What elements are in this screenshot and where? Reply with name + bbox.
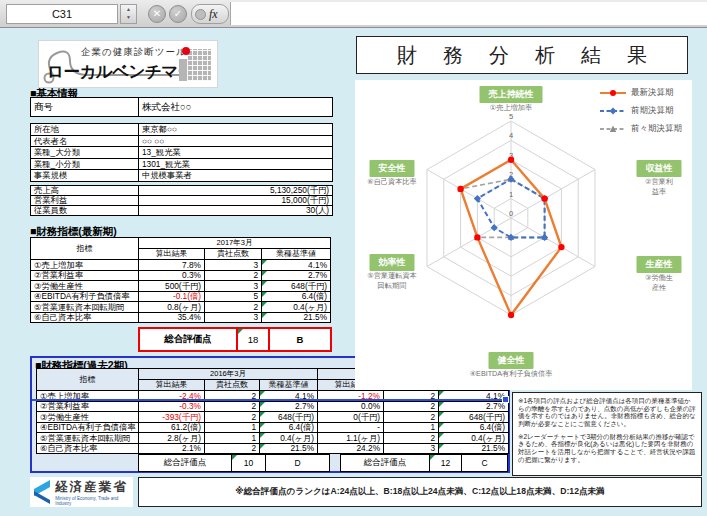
value-cell[interactable]: 13_観光業	[139, 147, 333, 159]
accept-entry-button[interactable]: ✓	[169, 5, 187, 23]
table-row[interactable]: 営業利益15,000(千円)	[31, 196, 333, 206]
score-cell[interactable]: 2	[205, 270, 262, 281]
result-cell[interactable]: 500(千円)	[139, 281, 205, 292]
total-score-rank[interactable]: C	[462, 455, 507, 471]
company-name-table[interactable]: 商号株式会社○○	[30, 97, 333, 117]
legend-item[interactable]: 最新決算期	[599, 86, 674, 100]
table-row[interactable]: ⑤営業運転資本回転期間0.8(ヶ月)20.4(ヶ月)	[31, 302, 331, 313]
row-label-cell[interactable]: 代表者名	[31, 135, 139, 147]
benchmark-cell[interactable]: 0.4(ヶ月)	[439, 433, 509, 444]
benchmark-cell[interactable]: 2.7%	[439, 401, 509, 412]
formula-input[interactable]	[230, 2, 707, 25]
table-row[interactable]: ⑥自己資本比率35.4%321.5%	[31, 312, 331, 323]
row-label-cell[interactable]: ④EBITDA有利子負債倍率	[31, 291, 139, 302]
column-header[interactable]: 指標	[31, 238, 139, 260]
result-cell[interactable]: 61.2(倍)	[139, 422, 205, 433]
row-label-cell[interactable]: 事業規模	[31, 170, 139, 182]
past-total-2015[interactable]: 総合評価点 12 C	[340, 454, 508, 472]
column-header[interactable]: 2016年3月	[139, 369, 318, 380]
column-header[interactable]: 業種基準値	[260, 380, 318, 391]
column-header[interactable]: 指標	[37, 369, 139, 391]
row-label-cell[interactable]: 業種_小分類	[31, 158, 139, 170]
benchmark-cell[interactable]: 648(千円)	[262, 281, 331, 292]
score-cell[interactable]: 2	[384, 412, 439, 423]
table-row[interactable]: ③労働生産性-393(千円)2648(千円)0(千円)2648(千円)	[37, 412, 509, 423]
score-cell[interactable]: 3	[205, 281, 262, 292]
value-cell[interactable]: ○○ ○○	[139, 135, 333, 147]
score-cell[interactable]: 2	[205, 412, 260, 423]
selection-fill-handle[interactable]	[502, 396, 509, 403]
company-info-table[interactable]: 所在地東京都○○代表者名○○ ○○業種_大分類13_観光業業種_小分類1301_…	[30, 123, 333, 182]
benchmark-cell[interactable]: 6.4(倍)	[439, 422, 509, 433]
row-label-cell[interactable]: 営業利益	[31, 196, 139, 206]
benchmark-cell[interactable]: 648(千円)	[439, 412, 509, 423]
score-cell[interactable]: 1	[205, 422, 260, 433]
row-label-cell[interactable]: 商号	[31, 98, 139, 117]
value-cell[interactable]: 東京都○○	[139, 124, 333, 136]
row-label-cell[interactable]: 売上高	[31, 186, 139, 196]
table-row[interactable]: 事業規模中規模事業者	[31, 170, 333, 182]
total-score-rank[interactable]: D	[266, 455, 329, 471]
score-cell[interactable]: 1	[384, 422, 439, 433]
result-cell[interactable]: 7.8%	[139, 260, 205, 271]
radar-chart[interactable]: 012345 売上持続性①売上増加率収益性②営業利益率生産性③労働生産性健全性④…	[355, 80, 692, 390]
benchmark-cell[interactable]: 2.7%	[260, 401, 318, 412]
row-label-cell[interactable]: ①売上増加率	[31, 260, 139, 271]
table-row[interactable]: ⑤営業運転資本回転期間2.8(ヶ月)10.4(ヶ月)1.1(ヶ月)20.4(ヶ月…	[37, 433, 509, 444]
row-label-cell[interactable]: ②営業利益率	[37, 401, 139, 412]
table-row[interactable]: 商号株式会社○○	[31, 98, 333, 117]
latest-total-score-box[interactable]: 総合評価点 18 B	[138, 327, 332, 352]
score-cell[interactable]: 2	[205, 302, 262, 313]
column-header[interactable]: 算出結果	[139, 249, 205, 260]
row-label-cell[interactable]: ④EBITDA有利子負債倍率	[37, 422, 139, 433]
table-row[interactable]: 代表者名○○ ○○	[31, 135, 333, 147]
value-cell[interactable]: 30(人)	[139, 206, 333, 216]
table-row[interactable]: ④EBITDA有利子負債倍率61.2(倍)16.4(倍)-16.4(倍)	[37, 422, 509, 433]
result-cell[interactable]: 35.4%	[139, 312, 205, 323]
row-label-cell[interactable]: 従業員数	[31, 206, 139, 216]
score-cell[interactable]: 3	[205, 260, 262, 271]
result-cell[interactable]: 0.0%	[318, 401, 384, 412]
name-box-stepper[interactable]: ▲▼	[120, 4, 137, 24]
row-label-cell[interactable]: ③労働生産性	[31, 281, 139, 292]
benchmark-cell[interactable]: 2.7%	[262, 270, 331, 281]
benchmark-cell[interactable]: 21.5%	[260, 443, 318, 454]
cell-name-box[interactable]: C31	[6, 4, 118, 24]
table-row[interactable]: ①売上増加率7.8%34.1%	[31, 260, 331, 271]
row-label-cell[interactable]: ⑤営業運転資本回転期間	[31, 302, 139, 313]
legend-item[interactable]: 前期決算期	[599, 104, 674, 118]
value-cell[interactable]: 15,000(千円)	[139, 196, 333, 206]
benchmark-cell[interactable]: 6.4(倍)	[260, 422, 318, 433]
benchmark-cell[interactable]: 648(千円)	[260, 412, 318, 423]
result-cell[interactable]: 2.1%	[139, 443, 205, 454]
result-cell[interactable]: 0.8(ヶ月)	[139, 302, 205, 313]
value-cell[interactable]: 5,130,250(千円)	[139, 186, 333, 196]
result-cell[interactable]: 24.2%	[318, 443, 384, 454]
total-score-value[interactable]: 12	[430, 455, 462, 471]
column-header[interactable]: 貴社点数	[205, 249, 262, 260]
result-cell[interactable]: 1.1(ヶ月)	[318, 433, 384, 444]
score-cell[interactable]: 3	[384, 443, 439, 454]
cancel-entry-button[interactable]: ✕	[148, 5, 166, 23]
row-label-cell[interactable]: ⑥自己資本比率	[37, 443, 139, 454]
row-label-cell[interactable]: 所在地	[31, 124, 139, 136]
score-cell[interactable]: 2	[384, 401, 439, 412]
result-cell[interactable]: -	[318, 422, 384, 433]
latest-indicators-table[interactable]: 指標2017年3月算出結果貴社点数業種基準値①売上増加率7.8%34.1%②営業…	[30, 237, 331, 323]
column-header[interactable]: 業種基準値	[262, 249, 331, 260]
column-header[interactable]: 2017年3月	[139, 238, 331, 249]
score-cell[interactable]: 2	[205, 443, 260, 454]
table-row[interactable]: 業種_大分類13_観光業	[31, 147, 333, 159]
table-row[interactable]: 所在地東京都○○	[31, 124, 333, 136]
score-cell[interactable]: 5	[205, 291, 262, 302]
table-row[interactable]: ④EBITDA有利子負債倍率-0.1(倍)56.4(倍)	[31, 291, 331, 302]
value-cell[interactable]: 1301_観光業	[139, 158, 333, 170]
insert-function-button[interactable]: fx	[191, 4, 229, 24]
result-cell[interactable]: 0(千円)	[318, 412, 384, 423]
score-cell[interactable]: 2	[205, 401, 260, 412]
benchmark-cell[interactable]: 0.4(ヶ月)	[260, 433, 318, 444]
table-row[interactable]: ②営業利益率-0.3%22.7%0.0%22.7%	[37, 401, 509, 412]
benchmark-cell[interactable]: 21.5%	[439, 443, 509, 454]
table-row[interactable]: ③労働生産性500(千円)3648(千円)	[31, 281, 331, 292]
score-cell[interactable]: 2	[384, 433, 439, 444]
